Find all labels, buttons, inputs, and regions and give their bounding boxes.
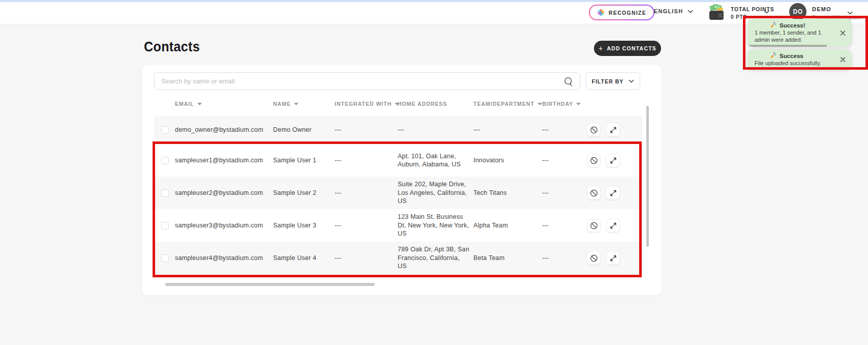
- expand-icon: [610, 222, 617, 229]
- cell-home-address: 789 Oak Dr, Apt 3B, San Francisco, Calif…: [398, 242, 470, 274]
- cell-birthday: ---: [542, 144, 549, 177]
- avatar[interactable]: DO: [789, 3, 806, 20]
- row-checkbox[interactable]: [161, 189, 169, 197]
- recognize-button[interactable]: RECOGNIZE: [589, 5, 654, 20]
- toast-progress-bar: [747, 68, 827, 70]
- column-header-team-department[interactable]: TEAM/DEPARTMENT: [473, 101, 542, 107]
- cell-team-department: Alpha Team: [473, 209, 508, 242]
- block-icon: [590, 189, 598, 197]
- sort-filter-icon: [294, 103, 298, 105]
- expand-icon: [610, 126, 617, 133]
- wallet-icon[interactable]: [707, 4, 726, 25]
- cell-integrated-with: ---: [335, 209, 341, 242]
- expand-contact-button[interactable]: [606, 123, 620, 137]
- vertical-scrollbar[interactable]: [646, 106, 649, 247]
- user-menu[interactable]: DEMO Personal Workspace: [812, 6, 861, 20]
- party-popper-icon: [770, 52, 776, 59]
- filter-by-button[interactable]: FILTER BY: [586, 72, 640, 90]
- cell-email: sampleuser3@bystadium.com: [175, 209, 263, 242]
- table-row: sampleuser2@bystadium.com Sample User 2 …: [154, 177, 642, 209]
- toast-success-upload: Success File uploaded successfully.: [747, 49, 852, 70]
- column-header-home-address[interactable]: HOME ADDRESS: [398, 101, 447, 107]
- cell-name: Sample User 4: [273, 242, 316, 274]
- table-header: EMAIL NAME INTEGRATED WITH HOME ADDRESS …: [154, 99, 642, 112]
- cell-name: Sample User 3: [273, 209, 316, 242]
- expand-contact-button[interactable]: [606, 186, 620, 200]
- chevron-down-icon: [628, 79, 634, 83]
- cell-birthday: ---: [542, 116, 549, 144]
- row-checkbox[interactable]: [161, 157, 169, 164]
- chevron-down-icon[interactable]: [847, 11, 853, 15]
- cell-home-address: 123 Main St, Business Dt, New York, New …: [398, 209, 470, 242]
- row-checkbox[interactable]: [161, 222, 169, 229]
- search-icon: [563, 76, 574, 89]
- table-row: sampleuser1@bystadium.com Sample User 1 …: [154, 144, 642, 177]
- topbar-divider: [647, 8, 647, 18]
- add-contacts-button[interactable]: + ADD CONTACTS: [594, 41, 661, 56]
- close-icon[interactable]: [840, 30, 846, 36]
- search-input[interactable]: [155, 73, 580, 90]
- contacts-card: FILTER BY EMAIL NAME INTEGRATED WITH HOM…: [142, 65, 661, 295]
- close-icon[interactable]: [840, 57, 846, 63]
- cell-email: demo_owner@bystadium.com: [175, 116, 263, 144]
- toast-success-members: Success! 1 member, 1 sender, and 1 admin…: [747, 19, 852, 47]
- expand-contact-button[interactable]: [606, 251, 620, 265]
- block-contact-button[interactable]: [587, 251, 601, 265]
- cell-integrated-with: ---: [335, 177, 341, 209]
- block-icon: [590, 221, 598, 229]
- page-title: Contacts: [144, 39, 200, 55]
- chevron-down-icon: [687, 10, 693, 13]
- cell-team-department: Beta Team: [473, 242, 504, 274]
- block-contact-button[interactable]: [587, 154, 601, 167]
- party-popper-icon: [770, 22, 776, 28]
- search-bar: [154, 72, 580, 90]
- cell-integrated-with: ---: [335, 144, 341, 177]
- cell-home-address: Suite 202, Maple Drive, Los Angeles, Cal…: [398, 177, 470, 209]
- block-contact-button[interactable]: [587, 219, 601, 233]
- cell-name: Sample User 1: [273, 144, 316, 177]
- cell-birthday: ---: [542, 177, 549, 209]
- sort-filter-icon: [576, 103, 581, 105]
- horizontal-scrollbar[interactable]: [165, 283, 375, 286]
- sort-filter-icon: [197, 103, 202, 105]
- cell-home-address: Apt. 101, Oak Lane, Auburn, Alabama, US: [398, 144, 470, 177]
- recognize-label: RECOGNIZE: [609, 10, 646, 16]
- column-header-name[interactable]: NAME: [273, 101, 298, 107]
- column-header-email[interactable]: EMAIL: [175, 101, 202, 107]
- cell-name: Demo Owner: [273, 116, 312, 144]
- toast-message: File uploaded successfully.: [755, 60, 834, 67]
- cell-integrated-with: ---: [335, 242, 341, 274]
- row-checkbox[interactable]: [161, 254, 169, 262]
- chevron-down-icon[interactable]: [764, 10, 769, 14]
- language-label: ENGLISH: [654, 8, 683, 14]
- cell-email: sampleuser4@bystadium.com: [175, 242, 263, 274]
- cell-email: sampleuser2@bystadium.com: [175, 177, 263, 209]
- plus-icon: +: [598, 45, 603, 52]
- block-icon: [590, 156, 598, 164]
- cell-birthday: ---: [542, 209, 549, 242]
- column-header-birthday[interactable]: BIRTHDAY: [542, 101, 581, 107]
- column-header-integrated-with[interactable]: INTEGRATED WITH: [335, 101, 399, 107]
- cell-integrated-with: ---: [335, 116, 341, 144]
- add-contacts-label: ADD CONTACTS: [607, 45, 656, 51]
- user-name: DEMO: [812, 6, 861, 12]
- sort-filter-icon: [537, 103, 542, 105]
- block-contact-button[interactable]: [587, 186, 601, 200]
- contacts-page: RECOGNIZE ENGLISH TOTAL PO: [0, 0, 868, 345]
- block-contact-button[interactable]: [587, 123, 601, 137]
- language-selector[interactable]: ENGLISH: [654, 8, 693, 14]
- expand-contact-button[interactable]: [606, 154, 620, 167]
- toast-title: Success: [780, 53, 803, 59]
- expand-contact-button[interactable]: [606, 219, 620, 233]
- cell-email: sampleuser1@bystadium.com: [175, 144, 263, 177]
- filter-by-label: FILTER BY: [592, 78, 623, 84]
- cell-name: Sample User 2: [273, 177, 316, 209]
- toast-title: Success!: [780, 22, 805, 28]
- cell-home-address: ---: [398, 116, 470, 144]
- block-icon: [590, 254, 598, 262]
- row-checkbox[interactable]: [161, 126, 169, 134]
- table-row: sampleuser4@bystadium.com Sample User 4 …: [154, 242, 642, 274]
- table-body: demo_owner@bystadium.com Demo Owner --- …: [154, 116, 642, 274]
- block-icon: [590, 126, 598, 134]
- starburst-icon: [597, 9, 605, 16]
